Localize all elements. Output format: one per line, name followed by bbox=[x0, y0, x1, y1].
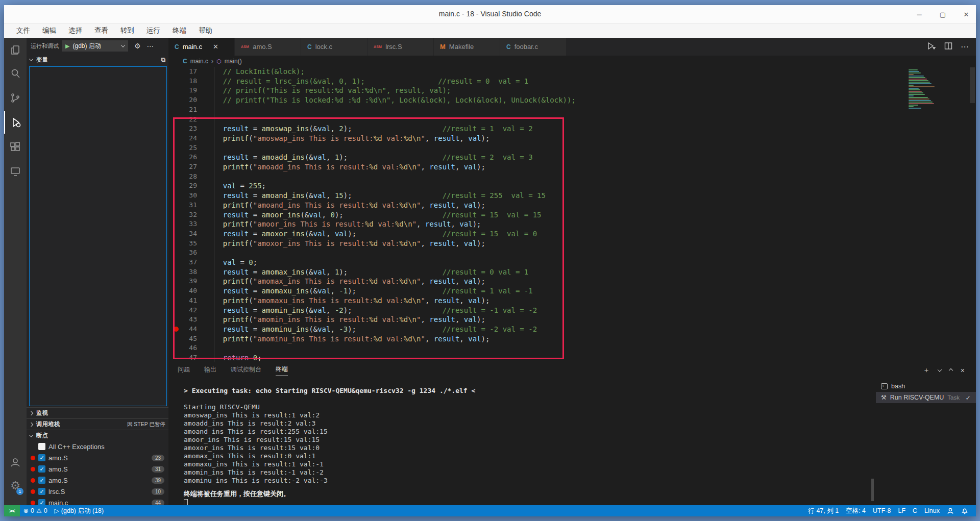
breakpoints-section-header[interactable]: 断点 bbox=[27, 430, 168, 441]
terminal[interactable]: > Executing task: echo Starting RISCV-QE… bbox=[184, 383, 869, 505]
breadcrumb-symbol[interactable]: main() bbox=[225, 58, 242, 65]
code-line-41[interactable]: 41 printf("amomaxu_ins This is result:%d… bbox=[168, 296, 976, 306]
code-line-33[interactable]: 33 printf("amoor_ins This is result:%d v… bbox=[168, 219, 976, 229]
code-line-30[interactable]: 30 result = amoand_ins(&val, 15); //resu… bbox=[168, 191, 976, 201]
panel-tab-终端[interactable]: 终端 bbox=[276, 365, 288, 376]
watch-section-header[interactable]: 监视 bbox=[27, 407, 168, 418]
code-line-25[interactable]: 25 bbox=[168, 143, 976, 153]
settings-gear-icon[interactable]: ⚙ 1 bbox=[4, 475, 27, 497]
code-line-39[interactable]: 39 printf("amomax_ins This is result:%d … bbox=[168, 277, 976, 286]
tab-foobar.c[interactable]: Cfoobar.c bbox=[500, 38, 567, 56]
code-line-20[interactable]: 20 // printf("This is locked:%d :%d :%d\… bbox=[168, 95, 976, 105]
menu-item-终端[interactable]: 终端 bbox=[167, 24, 191, 37]
code-line-40[interactable]: 40 result = amomaxu_ins(&val, -1); //res… bbox=[168, 286, 976, 296]
split-editor-icon[interactable] bbox=[944, 42, 952, 52]
variables-section-header[interactable]: 变量 ⧉ bbox=[27, 54, 168, 65]
panes-icon[interactable]: ⧉ bbox=[161, 56, 165, 63]
breakpoint-row-amo.S-23[interactable]: ✓amo.S23 bbox=[27, 452, 168, 463]
menu-item-运行[interactable]: 运行 bbox=[141, 24, 165, 37]
code-line-23[interactable]: 23 result = amoswap_ins(&val, 2); //resu… bbox=[168, 124, 976, 134]
tab-lrsc.S[interactable]: ASMlrsc.S bbox=[368, 38, 434, 56]
language-mode[interactable]: C bbox=[909, 505, 921, 516]
run-or-debug-icon[interactable] bbox=[927, 42, 936, 52]
minimap[interactable] bbox=[909, 69, 938, 114]
source-control-icon[interactable] bbox=[4, 87, 27, 109]
code-line-37[interactable]: 37 val = 0; bbox=[168, 258, 976, 267]
variables-panel[interactable] bbox=[29, 66, 167, 406]
panel-tab-输出[interactable]: 输出 bbox=[204, 365, 216, 376]
callstack-section-header[interactable]: 调用堆栈 因 STEP 已暂停 bbox=[27, 418, 168, 430]
code-line-29[interactable]: 29 val = 255; bbox=[168, 181, 976, 191]
breakpoint-row-All C++ Exceptions[interactable]: All C++ Exceptions bbox=[27, 441, 168, 452]
feedback-icon[interactable] bbox=[943, 505, 958, 516]
code-line-34[interactable]: 34 result = amoxor_ins(&val, val); //res… bbox=[168, 229, 976, 239]
close-tab-icon[interactable]: ✕ bbox=[213, 43, 218, 51]
code-line-26[interactable]: 26 result = amoadd_ins(&val, 1); //resul… bbox=[168, 153, 976, 162]
close-button[interactable]: ✕ bbox=[962, 11, 971, 18]
start-debug-icon[interactable]: ▶ bbox=[65, 43, 69, 49]
breakpoint-row-amo.S-31[interactable]: ✓amo.S31 bbox=[27, 463, 168, 475]
debug-settings-gear-icon[interactable]: ⚙ bbox=[134, 42, 141, 50]
code-line-32[interactable]: 32 result = amoor_ins(&val, 0); //result… bbox=[168, 210, 976, 220]
code-line-17[interactable]: 17 // LockInit(&lock); bbox=[168, 67, 976, 77]
tab-lock.c[interactable]: Clock.c bbox=[301, 38, 368, 56]
tab-amo.S[interactable]: ASMamo.S bbox=[235, 38, 301, 56]
search-icon[interactable] bbox=[4, 62, 27, 85]
menu-item-帮助[interactable]: 帮助 bbox=[193, 24, 217, 37]
chevron-down-icon[interactable] bbox=[938, 367, 942, 371]
code-line-31[interactable]: 31 printf("amoand_ins This is result:%d … bbox=[168, 201, 976, 210]
breakpoint-checkbox[interactable] bbox=[38, 443, 45, 450]
code-line-22[interactable]: 22 bbox=[168, 115, 976, 125]
panel-tab-调试控制台[interactable]: 调试控制台 bbox=[231, 365, 261, 376]
extensions-icon[interactable] bbox=[4, 136, 27, 158]
debug-more-actions-icon[interactable]: ⋯ bbox=[147, 42, 154, 50]
more-actions-icon[interactable]: ⋯ bbox=[961, 42, 969, 52]
indentation[interactable]: 空格: 4 bbox=[842, 505, 869, 516]
tab-main.c[interactable]: Cmain.c✕ bbox=[168, 38, 235, 56]
code-line-38[interactable]: 38 result = amomax_ins(&val, 1); //resul… bbox=[168, 267, 976, 277]
tab-Makefile[interactable]: MMakefile bbox=[434, 38, 500, 56]
new-terminal-icon[interactable]: ＋ bbox=[923, 366, 930, 375]
run-and-debug-icon[interactable] bbox=[4, 111, 27, 134]
account-icon[interactable] bbox=[4, 451, 27, 474]
notifications-bell-icon[interactable] bbox=[958, 505, 972, 516]
code-line-36[interactable]: 36 bbox=[168, 248, 976, 258]
code-line-27[interactable]: 27 printf("amoadd_ins This is result:%d … bbox=[168, 162, 976, 172]
debug-status[interactable]: ▷ (gdb) 启动 (18) bbox=[51, 505, 108, 516]
minimize-button[interactable]: ─ bbox=[915, 11, 924, 18]
code-line-42[interactable]: 42 result = amomin_ins(&val, -2); //resu… bbox=[168, 306, 976, 315]
maximize-button[interactable]: ▢ bbox=[938, 11, 947, 18]
code-line-46[interactable]: 46 bbox=[168, 343, 976, 353]
breakpoint-row-lrsc.S-10[interactable]: ✓lrsc.S10 bbox=[27, 486, 168, 497]
terminal-list-item-Run RISCV-QEMU[interactable]: ⚒Run RISCV-QEMUTask✓ bbox=[876, 392, 976, 403]
code-line-24[interactable]: 24 printf("amoswap_ins This is result:%d… bbox=[168, 134, 976, 143]
menu-item-转到[interactable]: 转到 bbox=[115, 24, 139, 37]
close-panel-icon[interactable]: × bbox=[961, 366, 965, 375]
breakpoint-checkbox[interactable]: ✓ bbox=[38, 477, 45, 484]
problems-status[interactable]: ⊗ 0 ⚠ 0 bbox=[20, 505, 51, 516]
menu-item-查看[interactable]: 查看 bbox=[89, 24, 113, 37]
debug-config-select[interactable]: ▶ (gdb) 启动 bbox=[62, 40, 128, 52]
terminal-list-item-bash[interactable]: ›bash bbox=[876, 381, 976, 392]
explorer-icon[interactable] bbox=[4, 39, 27, 61]
maximize-panel-icon[interactable] bbox=[949, 368, 953, 373]
remote-indicator[interactable]: >< bbox=[4, 505, 20, 516]
os-indicator[interactable]: Linux bbox=[921, 505, 943, 516]
menu-item-选择[interactable]: 选择 bbox=[63, 24, 87, 37]
code-line-28[interactable]: 28 bbox=[168, 172, 976, 182]
breakpoint-checkbox[interactable]: ✓ bbox=[38, 488, 45, 495]
breakpoint-row-amo.S-39[interactable]: ✓amo.S39 bbox=[27, 475, 168, 486]
remote-explorer-icon[interactable] bbox=[4, 160, 27, 183]
code-line-44[interactable]: 44 result = amominu_ins(&val, -3); //res… bbox=[168, 325, 976, 334]
breadcrumb-file[interactable]: main.c bbox=[190, 58, 208, 65]
code-line-45[interactable]: 45 printf("amominu_ins This is result:%d… bbox=[168, 334, 976, 344]
code-line-47[interactable]: 47 return 0; bbox=[168, 353, 976, 362]
cursor-position[interactable]: 行 47, 列 1 bbox=[804, 505, 842, 516]
menu-item-编辑[interactable]: 编辑 bbox=[37, 24, 61, 37]
terminal-scrollbar[interactable] bbox=[871, 479, 874, 501]
code-line-35[interactable]: 35 printf("amoxor_ins This is result:%d … bbox=[168, 239, 976, 249]
code-line-43[interactable]: 43 printf("amomin_ins This is result:%d … bbox=[168, 315, 976, 325]
code-editor[interactable]: 17 // LockInit(&lock);18 // result = lrs… bbox=[168, 67, 976, 362]
breakpoint-checkbox[interactable]: ✓ bbox=[38, 465, 45, 473]
code-line-19[interactable]: 19 // printf("This is result:%d val:%d\n… bbox=[168, 86, 976, 95]
